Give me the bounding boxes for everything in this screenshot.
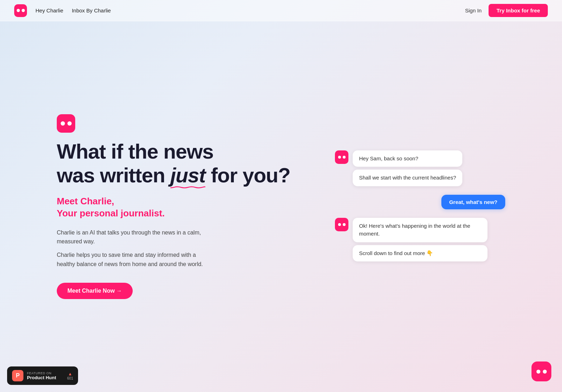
ghost-eye-large-left [61, 121, 65, 126]
headline-part2: was written [57, 164, 170, 187]
ghost-eye-c1-right [343, 156, 346, 159]
chat-messages-2: Ok! Here's what's happening in the world… [353, 218, 487, 262]
chat-bubble-2: Shall we start with the current headline… [353, 170, 462, 186]
nav-inbox-by-charlie[interactable]: Inbox By Charlie [72, 7, 111, 13]
hero-subtitle: Meet Charlie, Your personal journalist. [57, 195, 165, 220]
charlie-avatar-2 [335, 218, 348, 231]
chat-row-2: Ok! Here's what's happening in the world… [335, 218, 505, 262]
ghost-eyes-bottom [536, 370, 547, 374]
nav-right: Sign In Try Inbox for free [465, 4, 548, 17]
user-reply-row: Great, what's new? [335, 195, 505, 209]
nav-logo [14, 4, 27, 17]
product-hunt-arrow: ▲ [68, 371, 72, 376]
chat-row-1: Hey Sam, back so soon? Shall we start wi… [335, 150, 505, 186]
ghost-eye-bottom-right [543, 370, 547, 374]
sign-in-link[interactable]: Sign In [465, 7, 482, 13]
nav-left: Hey Charlie Inbox By Charlie [14, 4, 111, 17]
ghost-eye-right [22, 9, 25, 12]
product-hunt-count: ▲ 601 [67, 371, 73, 380]
navbar: Hey Charlie Inbox By Charlie Sign In Try… [0, 0, 562, 21]
chat-section-2: Ok! Here's what's happening in the world… [335, 218, 505, 262]
chat-bubble-4: Scroll down to find out more 👇 [353, 245, 487, 262]
ghost-eyes-chat2 [338, 223, 346, 226]
user-reply-bubble: Great, what's new? [441, 195, 505, 209]
product-hunt-logo: P [12, 370, 23, 381]
chat-bubble-1: Hey Sam, back so soon? [353, 150, 462, 167]
product-hunt-badge[interactable]: P FEATURED ON Product Hunt ▲ 601 [7, 366, 78, 385]
charlie-avatar-1 [335, 150, 348, 164]
ghost-eye-c2-left [338, 223, 341, 226]
product-hunt-number: 601 [67, 376, 73, 380]
headline-part1: What if the news [57, 140, 214, 163]
subtitle-line1: Meet Charlie, [57, 195, 165, 208]
headline-em: just [170, 164, 205, 187]
hero-desc1: Charlie is an AI that talks you through … [57, 228, 213, 246]
ghost-eye-large-right [67, 121, 72, 126]
ghost-eyes-chat1 [338, 156, 346, 159]
chat-bubble-3: Ok! Here's what's happening in the world… [353, 218, 487, 242]
nav-hey-charlie[interactable]: Hey Charlie [35, 7, 63, 13]
ghost-eyes-nav [17, 9, 25, 12]
charlie-logo-large [57, 114, 75, 133]
try-inbox-button[interactable]: Try Inbox for free [489, 4, 548, 17]
product-hunt-name: Product Hunt [27, 375, 56, 380]
ghost-eye-c1-left [338, 156, 341, 159]
ghost-eye-c2-right [343, 223, 346, 226]
headline-part3: for you? [205, 164, 290, 187]
right-panel: Hey Sam, back so soon? Shall we start wi… [335, 143, 505, 270]
main-content: What if the news was written just for yo… [0, 21, 562, 392]
meet-charlie-button[interactable]: Meet Charlie Now → [57, 283, 133, 299]
chat-messages-1: Hey Sam, back so soon? Shall we start wi… [353, 150, 462, 186]
ghost-eye-left [17, 9, 20, 12]
product-hunt-featured-label: FEATURED ON [27, 371, 56, 375]
product-hunt-text: FEATURED ON Product Hunt [27, 371, 56, 380]
hero-headline: What if the news was written just for yo… [57, 140, 290, 187]
subtitle-line2: Your personal journalist. [57, 208, 165, 220]
bottom-right-ghost [531, 361, 551, 381]
ghost-eyes-large [61, 121, 72, 126]
ghost-eye-bottom-left [536, 370, 540, 374]
left-panel: What if the news was written just for yo… [57, 114, 307, 299]
hero-desc2: Charlie helps you to save time and stay … [57, 250, 213, 269]
chat-section-1: Hey Sam, back so soon? Shall we start wi… [335, 150, 505, 186]
